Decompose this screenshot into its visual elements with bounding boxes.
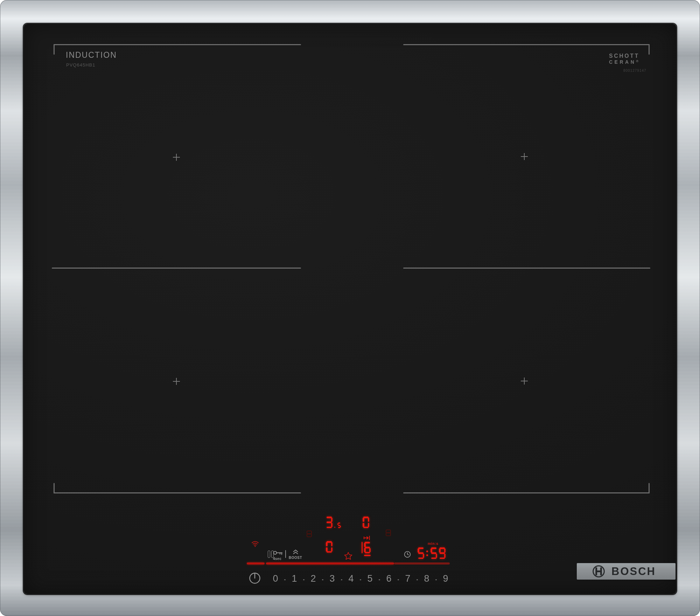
inactive-display-right — [386, 530, 391, 536]
registered-mark: ® — [636, 60, 638, 63]
power-level-2[interactable]: 2 — [308, 573, 318, 584]
power-slider-active[interactable] — [266, 562, 394, 565]
power-level-5[interactable]: 5 — [365, 573, 375, 584]
dot-separator — [300, 575, 308, 582]
dot-separator — [375, 575, 384, 582]
power-level-3[interactable]: 3 — [327, 573, 337, 584]
pause-icon — [268, 551, 270, 558]
ceramic-glass-surface: INDUCTION PVQ645HB1 SCHOTT CERAN® 800127… — [24, 24, 676, 594]
display-rear-left — [326, 516, 341, 528]
lock-duration-label: 4sec — [273, 557, 284, 561]
dot-separator — [413, 575, 421, 582]
zone-corner-bottom-left — [54, 483, 55, 493]
serial-number: 8001279147 — [623, 69, 646, 72]
zone-center-marker-front-right — [521, 378, 528, 385]
power-level-scale: 0 1 2 3 4 5 6 7 8 9 — [270, 573, 451, 584]
boost-label: BOOST — [288, 556, 302, 560]
ceran-text: CERAN® — [609, 59, 639, 65]
zone-line-bottom-right — [403, 492, 650, 493]
child-lock-button[interactable]: 4sec — [273, 550, 284, 561]
power-level-4[interactable]: 4 — [346, 573, 356, 584]
timer-unit-label: min:s — [428, 541, 439, 546]
inactive-display-left — [307, 531, 312, 537]
power-button[interactable] — [249, 572, 260, 584]
power-level-8[interactable]: 8 — [421, 573, 432, 584]
zone-corner-bottom-right — [649, 483, 650, 493]
schott-ceran-logo: SCHOTT CERAN® — [609, 53, 639, 65]
dot-separator — [356, 575, 365, 582]
zone-line-bottom-left — [54, 492, 301, 493]
slider-segment-power[interactable] — [247, 562, 265, 565]
stainless-frame: INDUCTION PVQ645HB1 SCHOTT CERAN® 800127… — [0, 0, 700, 616]
double-chevron-up-icon — [293, 549, 299, 554]
dot-separator — [337, 575, 346, 582]
power-slider-inactive[interactable] — [394, 562, 450, 565]
clock-icon — [405, 552, 411, 558]
arrow-to-bar-icon — [364, 536, 371, 540]
induction-label: INDUCTION — [66, 50, 117, 60]
display-front-right — [364, 541, 371, 553]
star-icon — [344, 552, 352, 559]
dot-separator — [432, 575, 440, 582]
bosch-logo-text: BOSCH — [611, 565, 656, 578]
dot-separator — [394, 575, 402, 582]
power-level-9[interactable]: 9 — [440, 573, 451, 584]
power-level-1[interactable]: 1 — [289, 573, 300, 584]
favorite-button[interactable] — [344, 552, 353, 560]
zone-line-top-right — [403, 44, 650, 45]
schott-text: SCHOTT — [609, 53, 639, 59]
model-number: PVQ645HB1 — [66, 62, 95, 68]
flex-indicator-underline — [364, 555, 371, 556]
power-level-7[interactable]: 7 — [402, 573, 413, 584]
power-level-0[interactable]: 0 — [270, 573, 281, 584]
timer-display — [418, 547, 446, 559]
bosch-anchor-icon — [592, 565, 606, 578]
zone-line-middle-right — [403, 268, 650, 269]
timer-button[interactable] — [404, 551, 411, 558]
zone-center-marker-rear-right — [521, 153, 528, 160]
zone-line-top-left — [54, 44, 301, 45]
power-level-6[interactable]: 6 — [384, 573, 394, 584]
display-rear-right — [363, 516, 369, 528]
flex-indicator-left-bar — [362, 542, 363, 553]
zone-center-marker-rear-left — [173, 154, 180, 161]
wifi-icon — [251, 541, 259, 547]
display-front-left — [326, 541, 332, 553]
zone-center-marker-front-left — [173, 378, 180, 385]
induction-hob: INDUCTION PVQ645HB1 SCHOTT CERAN® 800127… — [0, 0, 700, 616]
key-lock-icon — [273, 550, 283, 555]
zone-line-middle-left — [52, 268, 301, 269]
power-standby-icon — [250, 573, 260, 583]
dot-separator — [281, 575, 289, 582]
zone-corner-top-right — [649, 44, 650, 55]
control-divider — [285, 550, 286, 558]
boost-button[interactable]: BOOST — [288, 549, 302, 560]
bosch-badge: BOSCH — [577, 563, 676, 580]
dot-separator — [318, 575, 327, 582]
zone-corner-top-left — [54, 44, 55, 55]
